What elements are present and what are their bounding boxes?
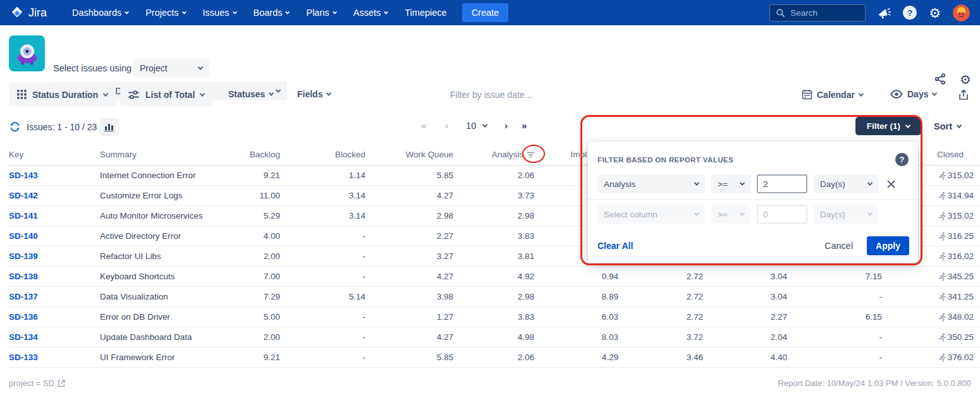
help-icon[interactable]: ? xyxy=(903,6,917,20)
filter-unit-select-2[interactable]: Day(s) xyxy=(814,205,878,224)
calendar-icon xyxy=(802,89,812,100)
nav-item-dashboards[interactable]: Dashboards xyxy=(72,8,128,18)
value-cell: 2.00 xyxy=(245,251,280,261)
issue-key-link[interactable]: SD-141 xyxy=(9,211,100,221)
runner-icon xyxy=(938,212,946,221)
chevron-down-icon xyxy=(957,123,962,128)
create-button[interactable]: Create xyxy=(462,3,509,22)
column-header-backlog[interactable]: Backlog xyxy=(245,150,280,159)
column-header-blocked[interactable]: Blocked xyxy=(280,150,365,159)
issue-summary: UI Framework Error xyxy=(100,353,245,362)
cancel-button[interactable]: Cancel xyxy=(824,241,853,251)
export-button[interactable] xyxy=(959,89,969,100)
value-cell: 3.46 xyxy=(618,353,703,362)
view-mode-button[interactable]: List of Total xyxy=(120,83,212,106)
chevron-down-icon xyxy=(125,9,129,14)
export-icon xyxy=(959,89,969,100)
chevron-down-icon xyxy=(269,90,274,95)
external-link-icon[interactable] xyxy=(58,380,65,387)
last-page-button[interactable]: » xyxy=(522,120,527,131)
issue-summary: Internet Connection Error xyxy=(100,171,245,180)
clear-all-link[interactable]: Clear All xyxy=(597,241,633,251)
filter-value-input-2[interactable] xyxy=(757,205,807,224)
filter-operator-select[interactable]: >= xyxy=(711,174,750,193)
issue-date-filter-input[interactable]: Filter by issue date... xyxy=(450,90,589,100)
issue-key-link[interactable]: SD-142 xyxy=(9,191,100,200)
statuses-dropdown[interactable]: Statuses xyxy=(228,89,273,99)
popup-help-icon[interactable]: ? xyxy=(895,153,909,166)
issue-summary: Error on DB Driver xyxy=(100,312,245,322)
filter-unit-select[interactable]: Day(s) xyxy=(814,174,878,193)
fields-dropdown[interactable]: Fields xyxy=(297,89,331,99)
chevron-down-icon xyxy=(326,90,331,95)
value-cell: 5.29 xyxy=(245,211,280,221)
value-cell: - xyxy=(280,251,365,261)
nav-item-projects[interactable]: Projects xyxy=(145,8,185,18)
refresh-icon[interactable] xyxy=(9,121,21,135)
chart-view-button[interactable] xyxy=(100,118,119,136)
issue-key-link[interactable]: SD-138 xyxy=(9,272,100,281)
nav-item-issues[interactable]: Issues xyxy=(203,8,236,18)
next-page-button[interactable]: › xyxy=(505,120,508,131)
issue-summary: Update Dashboard Data xyxy=(100,332,245,342)
announcements-icon[interactable] xyxy=(878,7,891,19)
nav-item-boards[interactable]: Boards xyxy=(254,8,290,18)
filter-operator-select-2[interactable]: >= xyxy=(711,205,750,224)
chevron-down-icon xyxy=(867,180,873,185)
nav-item-plans[interactable]: Plans xyxy=(306,8,336,18)
value-cell: 2.04 xyxy=(703,332,787,342)
value-cell: 2.98 xyxy=(365,211,453,221)
value-cell: - xyxy=(280,332,365,342)
filter-button[interactable]: Filter (1) xyxy=(855,117,921,135)
value-cell: 9.21 xyxy=(245,171,280,180)
runner-icon xyxy=(938,171,946,180)
chevron-down-icon xyxy=(232,9,236,14)
nav-item-assets[interactable]: Assets xyxy=(353,8,388,18)
issue-key-link[interactable]: SD-139 xyxy=(9,251,100,261)
filter-column-select[interactable]: Analysis xyxy=(597,174,705,193)
prev-page-button[interactable]: ‹ xyxy=(445,120,448,131)
issue-key-link[interactable]: SD-143 xyxy=(9,171,100,180)
chevron-down-icon xyxy=(694,180,699,185)
search-input[interactable] xyxy=(790,8,859,18)
page-size-select[interactable]: 10 xyxy=(466,121,487,131)
calendar-dropdown[interactable]: Calendar xyxy=(802,89,863,100)
chevron-down-icon xyxy=(103,91,108,96)
nav-item-timepiece[interactable]: Timepiece xyxy=(405,8,446,18)
apply-button[interactable]: Apply xyxy=(867,236,909,255)
column-header-work-queue[interactable]: Work Queue xyxy=(365,150,453,159)
value-cell: 348.02 xyxy=(882,312,974,322)
first-page-button[interactable]: « xyxy=(421,120,426,131)
gear-icon[interactable]: ⚙ xyxy=(929,6,941,20)
remove-filter-icon[interactable] xyxy=(887,180,895,188)
issue-summary: Customize Error Logs xyxy=(100,191,245,200)
sort-dropdown[interactable]: Sort xyxy=(934,121,961,131)
jira-brand[interactable]: Jira xyxy=(10,5,47,20)
value-cell: 3.98 xyxy=(365,292,453,301)
value-cell: 1.27 xyxy=(365,312,453,322)
runner-icon xyxy=(938,353,946,362)
value-cell: 345.25 xyxy=(882,272,974,281)
issue-source-select[interactable]: Project xyxy=(133,59,209,77)
global-search[interactable] xyxy=(769,4,866,21)
value-cell: 3.04 xyxy=(703,292,787,301)
chevron-down-icon xyxy=(740,180,745,185)
column-header-summary: Summary xyxy=(100,150,245,159)
runner-icon xyxy=(938,191,946,200)
value-cell: 3.73 xyxy=(453,191,534,200)
column-header-analysis[interactable]: Analysis xyxy=(453,150,534,159)
value-cell: 3.83 xyxy=(453,312,534,322)
avatar[interactable] xyxy=(953,4,970,21)
issue-key-link[interactable]: SD-136 xyxy=(9,312,100,322)
issue-key-link[interactable]: SD-137 xyxy=(9,292,100,301)
filter-column-select-2[interactable]: Select column xyxy=(597,205,705,224)
issue-key-link[interactable]: SD-140 xyxy=(9,231,100,241)
issue-key-link[interactable]: SD-133 xyxy=(9,353,100,362)
value-cell: 5.85 xyxy=(365,353,453,362)
filter-value-input[interactable] xyxy=(757,174,807,193)
issue-key-link[interactable]: SD-134 xyxy=(9,332,100,342)
report-type-button[interactable]: Status Duration xyxy=(9,83,116,106)
chevron-down-icon xyxy=(285,9,290,14)
time-unit-dropdown[interactable]: Days xyxy=(890,89,936,99)
filter-scope: project = SD xyxy=(9,378,54,388)
